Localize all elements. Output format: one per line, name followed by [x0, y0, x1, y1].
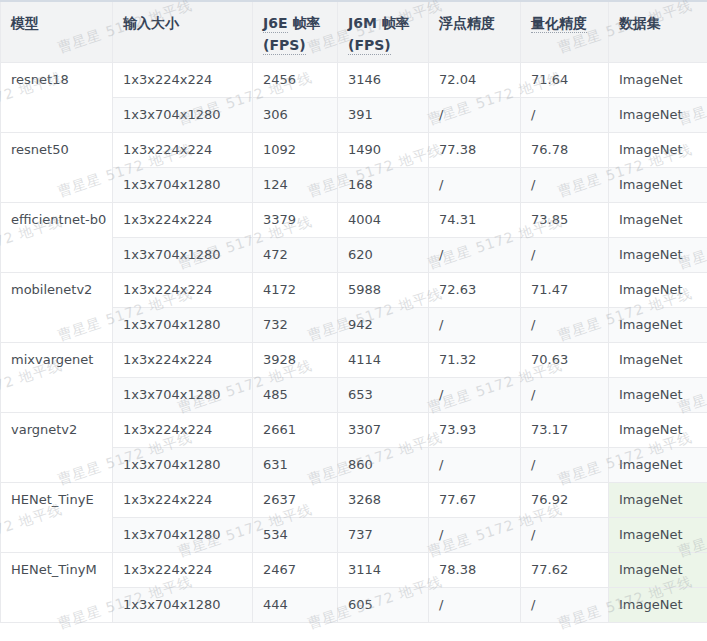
cell-dataset: ImageNet [609, 63, 707, 98]
cell-float_acc: / [429, 518, 521, 553]
table-row: HENet_TinyE1x3x224x2242637326877.6776.92… [1, 483, 707, 518]
cell-quant_acc: 70.63 [521, 343, 609, 378]
cell-dataset: ImageNet [609, 98, 707, 133]
cell-input: 1x3x704x1280 [113, 518, 253, 553]
cell-float_acc: 78.38 [429, 553, 521, 588]
column-header-text: 量化精度 [531, 15, 587, 33]
cell-j6e_fps: 472 [253, 238, 338, 273]
column-header-j6m_fps: J6M 帧率(FPS) [338, 1, 429, 63]
cell-dataset: ImageNet [609, 308, 707, 343]
column-header-input: 输入大小 [113, 1, 253, 63]
cell-dataset: ImageNet [609, 238, 707, 273]
cell-j6e_fps: 732 [253, 308, 338, 343]
cell-input: 1x3x704x1280 [113, 98, 253, 133]
column-header-model: 模型 [1, 1, 113, 63]
cell-input: 1x3x224x224 [113, 203, 253, 238]
table-row: mobilenetv21x3x224x2244172598872.6371.47… [1, 273, 707, 308]
cell-j6m_fps: 3268 [338, 483, 429, 518]
cell-model: resnet50 [1, 133, 113, 203]
cell-quant_acc: 71.64 [521, 63, 609, 98]
cell-quant_acc: 71.47 [521, 273, 609, 308]
cell-j6m_fps: 4004 [338, 203, 429, 238]
cell-j6m_fps: 737 [338, 518, 429, 553]
cell-input: 1x3x224x224 [113, 553, 253, 588]
cell-j6e_fps: 534 [253, 518, 338, 553]
column-header-quant_acc: 量化精度 [521, 1, 609, 63]
column-header-text: 帧率 [288, 15, 321, 31]
cell-model: mobilenetv2 [1, 273, 113, 343]
cell-input: 1x3x704x1280 [113, 308, 253, 343]
cell-j6e_fps: 631 [253, 448, 338, 483]
cell-j6m_fps: 942 [338, 308, 429, 343]
cell-float_acc: / [429, 588, 521, 623]
column-header-text: 数据集 [619, 15, 661, 31]
column-header-text: 浮点精度 [439, 15, 495, 31]
cell-model: resnet18 [1, 63, 113, 133]
column-header-text: (FPS) [348, 37, 391, 55]
cell-dataset: ImageNet [609, 168, 707, 203]
cell-quant_acc: / [521, 448, 609, 483]
cell-dataset: ImageNet [609, 378, 707, 413]
cell-j6e_fps: 4172 [253, 273, 338, 308]
cell-j6m_fps: 3114 [338, 553, 429, 588]
cell-input: 1x3x704x1280 [113, 238, 253, 273]
cell-float_acc: / [429, 308, 521, 343]
cell-quant_acc: / [521, 238, 609, 273]
table-row: HENet_TinyM1x3x224x2242467311478.3877.62… [1, 553, 707, 588]
cell-j6e_fps: 444 [253, 588, 338, 623]
cell-j6e_fps: 3928 [253, 343, 338, 378]
cell-float_acc: 73.93 [429, 413, 521, 448]
table-row: mixvargenet1x3x224x2243928411471.3270.63… [1, 343, 707, 378]
cell-float_acc: 77.67 [429, 483, 521, 518]
cell-j6m_fps: 3146 [338, 63, 429, 98]
cell-quant_acc: 77.62 [521, 553, 609, 588]
cell-float_acc: 71.32 [429, 343, 521, 378]
cell-model: mixvargenet [1, 343, 113, 413]
cell-quant_acc: / [521, 98, 609, 133]
cell-input: 1x3x224x224 [113, 63, 253, 98]
table-row: vargnetv21x3x224x2242661330773.9373.17Im… [1, 413, 707, 448]
cell-float_acc: / [429, 98, 521, 133]
column-header-float_acc: 浮点精度 [429, 1, 521, 63]
cell-j6e_fps: 3379 [253, 203, 338, 238]
table-row: resnet181x3x224x2242456314672.0471.64Ima… [1, 63, 707, 98]
table-row: efficientnet-b01x3x224x2243379400474.317… [1, 203, 707, 238]
cell-j6e_fps: 124 [253, 168, 338, 203]
cell-j6m_fps: 4114 [338, 343, 429, 378]
cell-dataset: ImageNet [609, 413, 707, 448]
cell-j6m_fps: 5988 [338, 273, 429, 308]
cell-j6e_fps: 2637 [253, 483, 338, 518]
cell-float_acc: 72.04 [429, 63, 521, 98]
cell-j6m_fps: 3307 [338, 413, 429, 448]
cell-dataset: ImageNet [609, 553, 707, 588]
cell-j6m_fps: 620 [338, 238, 429, 273]
cell-float_acc: 77.38 [429, 133, 521, 168]
column-header-text: (FPS) [263, 37, 306, 55]
cell-float_acc: / [429, 378, 521, 413]
column-header-text: J6E [263, 15, 288, 33]
cell-j6m_fps: 653 [338, 378, 429, 413]
cell-quant_acc: 73.85 [521, 203, 609, 238]
cell-input: 1x3x224x224 [113, 133, 253, 168]
table-body: resnet181x3x224x2242456314672.0471.64Ima… [1, 63, 707, 623]
cell-j6e_fps: 2661 [253, 413, 338, 448]
cell-model: vargnetv2 [1, 413, 113, 483]
cell-float_acc: / [429, 168, 521, 203]
cell-dataset: ImageNet [609, 273, 707, 308]
cell-float_acc: 72.63 [429, 273, 521, 308]
cell-input: 1x3x704x1280 [113, 168, 253, 203]
column-header-dataset: 数据集 [609, 1, 707, 63]
cell-j6m_fps: 605 [338, 588, 429, 623]
cell-j6m_fps: 168 [338, 168, 429, 203]
cell-input: 1x3x704x1280 [113, 378, 253, 413]
cell-float_acc: / [429, 448, 521, 483]
benchmark-page: 模型输入大小J6E 帧率(FPS)J6M 帧率(FPS)浮点精度量化精度数据集 … [0, 0, 707, 641]
cell-quant_acc: 73.17 [521, 413, 609, 448]
cell-quant_acc: / [521, 168, 609, 203]
cell-j6e_fps: 306 [253, 98, 338, 133]
cell-float_acc: / [429, 238, 521, 273]
cell-j6e_fps: 485 [253, 378, 338, 413]
cell-model: efficientnet-b0 [1, 203, 113, 273]
cell-j6m_fps: 860 [338, 448, 429, 483]
cell-input: 1x3x224x224 [113, 273, 253, 308]
